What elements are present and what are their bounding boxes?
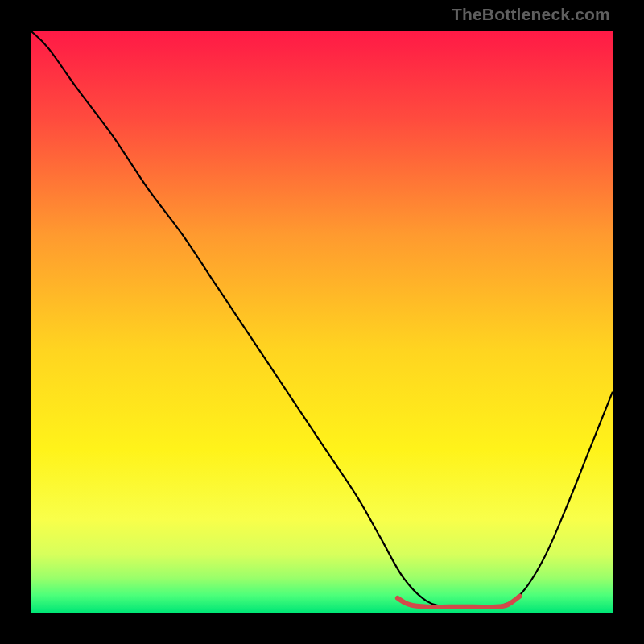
watermark-text: TheBottleneck.com	[452, 5, 610, 24]
bottleneck-chart	[31, 31, 613, 613]
gradient-fill-rect	[31, 31, 613, 613]
chart-frame	[31, 31, 613, 613]
